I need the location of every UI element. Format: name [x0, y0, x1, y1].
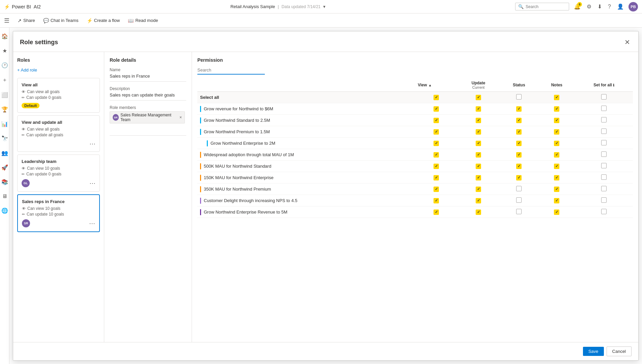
goal-current-8[interactable]: [499, 195, 538, 206]
goal-status-3[interactable]: [538, 138, 575, 149]
goal-status-0[interactable]: [538, 103, 575, 115]
goal-update-7[interactable]: [457, 184, 500, 195]
goal-view-3[interactable]: [415, 138, 457, 149]
goal-update-0[interactable]: [457, 103, 500, 115]
rocket-icon[interactable]: 🚀: [0, 162, 10, 173]
account-button[interactable]: 👤: [616, 2, 625, 11]
role-card-leadership[interactable]: Leadership team 👁 Can view 10 goals ✏ Ca…: [17, 155, 100, 192]
cancel-button[interactable]: Cancel: [607, 346, 632, 356]
goal-notes-4[interactable]: [575, 149, 633, 161]
goal-notes-6[interactable]: [575, 172, 633, 184]
goal-status-6[interactable]: [538, 172, 575, 184]
book-icon[interactable]: 📚: [0, 177, 10, 187]
goal-status-9[interactable]: [538, 206, 575, 218]
select-all-status[interactable]: [538, 92, 575, 103]
permission-search-input[interactable]: [197, 66, 265, 75]
share-button[interactable]: ↗ Share: [14, 16, 38, 25]
role-more-button-2[interactable]: ⋯: [89, 140, 95, 147]
goal-notes-5[interactable]: [575, 161, 633, 172]
goal-notes-0[interactable]: [575, 103, 633, 115]
goal-status-2[interactable]: [538, 126, 575, 138]
modal-overlay: Role settings ✕ Roles + Add role View al…: [9, 28, 642, 364]
goal-current-3[interactable]: [499, 138, 538, 149]
select-all-view[interactable]: [415, 92, 457, 103]
goal-view-4[interactable]: [415, 149, 457, 161]
goal-current-6[interactable]: [499, 172, 538, 184]
name-field-value[interactable]: Sales reps in France: [110, 74, 186, 82]
goal-current-5[interactable]: [499, 161, 538, 172]
network-icon[interactable]: 🌐: [0, 205, 10, 216]
goal-notes-9[interactable]: [575, 206, 633, 218]
plus-icon[interactable]: ＋: [0, 75, 9, 86]
goal-update-2[interactable]: [457, 126, 500, 138]
goal-update-6[interactable]: [457, 172, 500, 184]
select-all-current[interactable]: [499, 92, 538, 103]
people-icon[interactable]: 👥: [0, 148, 10, 158]
goal-notes-2[interactable]: [575, 126, 633, 138]
goal-update-1[interactable]: [457, 115, 500, 126]
goal-current-7[interactable]: [499, 184, 538, 195]
chat-teams-button[interactable]: 💬 Chat in Teams: [40, 16, 82, 25]
close-modal-button[interactable]: ✕: [623, 37, 632, 48]
goal-current-0[interactable]: [499, 103, 538, 115]
goal-view-1[interactable]: [415, 115, 457, 126]
favorites-icon[interactable]: ★: [0, 46, 9, 56]
select-all-update[interactable]: [457, 92, 500, 103]
goal-update-5[interactable]: [457, 161, 500, 172]
goal-notes-1[interactable]: [575, 115, 633, 126]
goal-view-0[interactable]: [415, 103, 457, 115]
goal-update-9[interactable]: [457, 206, 500, 218]
goal-current-9[interactable]: [499, 206, 538, 218]
select-all-notes[interactable]: [575, 92, 633, 103]
monitor-icon[interactable]: 🖥: [0, 191, 9, 201]
goal-view-6[interactable]: [415, 172, 457, 184]
role-card-view-update-all[interactable]: View and update all 👁 Can view all goals…: [17, 115, 100, 152]
create-flow-button[interactable]: ⚡ Create a flow: [83, 16, 123, 25]
goal-update-3[interactable]: [457, 138, 500, 149]
home-icon[interactable]: 🏠: [0, 31, 10, 41]
chevron-down-icon[interactable]: ▾: [323, 4, 326, 9]
goal-status-5[interactable]: [538, 161, 575, 172]
save-button[interactable]: Save: [583, 347, 604, 356]
description-field-value[interactable]: Sales reps can update their goals: [110, 92, 186, 101]
goal-update-4[interactable]: [457, 149, 500, 161]
role-more-button-3[interactable]: ⋯: [89, 179, 95, 187]
goal-update-8[interactable]: [457, 195, 500, 206]
goal-view-9[interactable]: [415, 206, 457, 218]
goal-current-2[interactable]: [499, 126, 538, 138]
download-button[interactable]: ⬇: [596, 2, 603, 11]
col-view[interactable]: View ▲: [415, 79, 457, 92]
member-remove-button[interactable]: ×: [179, 115, 182, 120]
goal-current-1[interactable]: [499, 115, 538, 126]
goal-notes-3[interactable]: [575, 138, 633, 149]
read-mode-button[interactable]: 📖 Read mode: [124, 16, 161, 25]
help-button[interactable]: ?: [607, 2, 612, 11]
explore-icon[interactable]: 🔭: [0, 133, 10, 144]
goal-status-8[interactable]: [538, 195, 575, 206]
role-more-button-4[interactable]: ⋯: [89, 220, 95, 227]
add-role-button[interactable]: + Add role: [17, 67, 37, 73]
settings-button[interactable]: ⚙: [585, 2, 593, 11]
goal-notes-7[interactable]: [575, 184, 633, 195]
goal-view-8[interactable]: [415, 195, 457, 206]
goal-current-4[interactable]: [499, 149, 538, 161]
role-card-view-all[interactable]: View all 👁 Can view all goals ✏ Can upda…: [17, 78, 100, 113]
role-card-sales-france[interactable]: Sales reps in France 👁 Can view 10 goals…: [17, 194, 100, 232]
goal-status-7[interactable]: [538, 184, 575, 195]
avatar[interactable]: PB: [629, 2, 638, 11]
recent-icon[interactable]: 🕐: [0, 60, 10, 71]
goal-status-4[interactable]: [538, 149, 575, 161]
member-search-input[interactable]: [110, 128, 186, 136]
menu-icon[interactable]: ☰: [4, 17, 9, 24]
goal-notes-8[interactable]: [575, 195, 633, 206]
goal-view-2[interactable]: [415, 126, 457, 138]
notifications-button[interactable]: 🔔 8: [573, 2, 582, 11]
goals-icon[interactable]: 🏆: [0, 104, 10, 115]
search-input[interactable]: [526, 4, 566, 9]
apps-icon[interactable]: ⬜: [0, 90, 10, 100]
goal-view-5[interactable]: [415, 161, 457, 172]
goal-status-1[interactable]: [538, 115, 575, 126]
search-box[interactable]: 🔍: [515, 3, 569, 10]
metrics-icon[interactable]: 📊: [0, 119, 10, 129]
goal-view-7[interactable]: [415, 184, 457, 195]
